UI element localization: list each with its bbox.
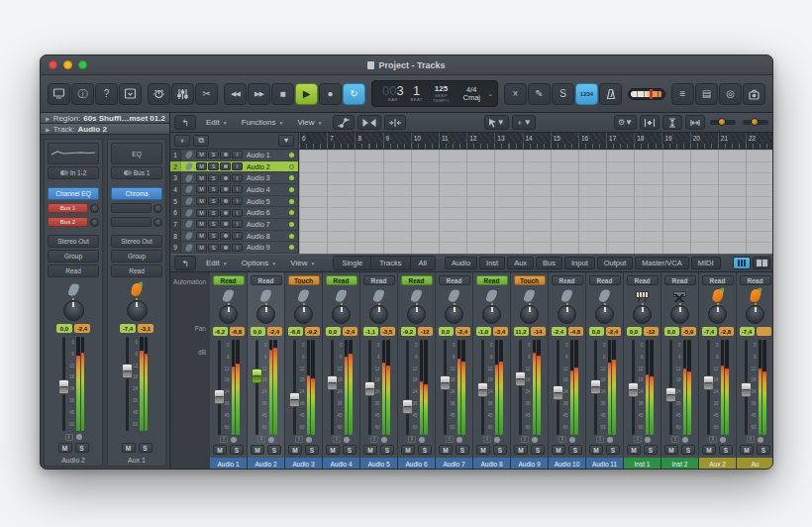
automation-mode-button[interactable]: Read (251, 275, 282, 285)
mixer-channel-strip[interactable]: Read 0,0 -5,9 (661, 272, 699, 470)
mute-button[interactable]: M (589, 445, 603, 455)
send-slot-bus1[interactable]: Bus 1 (48, 203, 88, 213)
add-track-button[interactable]: ＋ (174, 135, 190, 147)
mute-button[interactable]: M (251, 445, 264, 455)
channel-name[interactable]: Audio 11 (586, 458, 623, 470)
send-slot-bus2[interactable]: Bus 2 (48, 217, 88, 227)
input-monitor-button[interactable]: I (232, 162, 243, 170)
volume-db-value[interactable]: -9,2 (401, 327, 416, 336)
mixer-channel-strip[interactable]: Read 0,0 -2,4 (436, 272, 473, 470)
volume-fader[interactable] (519, 340, 522, 435)
editors-button[interactable]: ✂ (195, 83, 218, 105)
input-monitor-button[interactable]: I (232, 197, 243, 205)
solo-button[interactable]: S (208, 185, 219, 193)
channel-name[interactable]: Audio 4 (323, 458, 359, 470)
pan-knob[interactable] (595, 305, 614, 324)
solo-button[interactable]: S (208, 209, 219, 217)
automation-mode-button[interactable]: Read (401, 275, 433, 285)
mute-button[interactable]: M (58, 443, 72, 453)
narrow-view-button[interactable] (733, 257, 751, 269)
volume-db-value[interactable]: 0,0 (589, 327, 604, 336)
volume-fader[interactable] (331, 340, 334, 435)
record-enable-button[interactable] (532, 437, 538, 443)
record-enable-button[interactable] (220, 174, 231, 182)
solo-button[interactable]: S (493, 445, 507, 455)
solo-mode-button[interactable]: S (552, 83, 574, 105)
volume-fader[interactable] (707, 340, 710, 435)
channel-name[interactable]: Audio 9 (511, 458, 548, 470)
volume-fader[interactable] (62, 337, 65, 431)
eq-thumbnail[interactable] (48, 143, 99, 164)
channel-name[interactable]: Audio 2 (248, 458, 284, 470)
input-monitor-button[interactable]: I (65, 434, 73, 441)
automation-mode-button[interactable]: Read (213, 275, 245, 285)
track-row[interactable]: 1 M S I Audio 1 (170, 150, 298, 161)
pan-knob[interactable] (633, 305, 652, 324)
solo-button[interactable]: S (208, 174, 219, 182)
menu-button[interactable]: Edit▼ (199, 256, 235, 270)
solo-button[interactable]: S (230, 445, 244, 455)
pan-knob[interactable] (369, 305, 388, 324)
flex-button[interactable] (357, 115, 381, 130)
apple-loops-button[interactable]: ◎ (719, 83, 742, 105)
lcd-chevron-icon[interactable]: ⌄ (487, 90, 493, 98)
solo-button[interactable]: S (343, 445, 356, 455)
volume-db-value[interactable]: 0,0 (326, 327, 341, 336)
vertical-zoom-button[interactable] (662, 115, 682, 130)
solo-button[interactable]: S (267, 445, 281, 455)
volume-fader[interactable] (669, 340, 672, 435)
mixer-channel-strip[interactable]: Touch 11,2 -14 (511, 272, 549, 470)
track-row[interactable]: 8 M S I Audio 8 (170, 231, 298, 243)
volume-db-value[interactable]: 11,2 (514, 327, 529, 336)
solo-button[interactable]: S (719, 445, 733, 455)
input-monitor-button[interactable]: I (521, 436, 529, 443)
wide-view-button[interactable] (753, 257, 770, 269)
volume-fader[interactable] (481, 340, 484, 435)
automation-mode-button[interactable]: Read (702, 275, 734, 285)
record-enable-button[interactable] (220, 244, 231, 252)
automation-mode-button[interactable]: Read (476, 275, 508, 285)
pan-knob[interactable] (332, 305, 351, 324)
channel-filter-button[interactable]: MIDI (691, 257, 721, 269)
mute-button[interactable]: M (213, 445, 227, 455)
mute-button[interactable]: M (664, 445, 678, 455)
automation-mode-button[interactable]: Touch (514, 275, 546, 285)
track-name[interactable]: Audio 2 (244, 163, 289, 170)
input-monitor-button[interactable]: I (671, 436, 679, 443)
channel-filter-button[interactable]: Master/VCA (635, 257, 688, 269)
input-monitor-button[interactable]: I (220, 436, 228, 443)
toolbar-toggle-button[interactable] (119, 83, 142, 105)
pan-knob[interactable] (294, 305, 313, 324)
channel-filter-button[interactable]: Input (564, 257, 595, 269)
mute-button[interactable]: M (196, 185, 207, 193)
record-enable-button[interactable] (569, 437, 575, 443)
solo-button[interactable]: S (208, 220, 219, 228)
mute-button[interactable]: M (326, 445, 340, 455)
mute-button[interactable]: M (439, 445, 453, 455)
mute-button[interactable]: M (514, 445, 528, 455)
plugin-slot-channel-eq[interactable]: Channel EQ (48, 187, 99, 200)
volume-db-value[interactable]: 0,0 (627, 327, 642, 336)
pan-knob[interactable] (670, 305, 689, 324)
send-level-knob[interactable] (90, 218, 99, 227)
horizontal-zoom-slider[interactable] (743, 120, 768, 125)
mute-button[interactable]: M (196, 209, 207, 217)
play-button[interactable]: ▶ (295, 83, 318, 105)
mixer-channel-strip[interactable]: Read -1,1 -3,5 (360, 272, 398, 470)
track-name[interactable]: Audio 9 (244, 244, 289, 251)
track-name[interactable]: Audio 1 (244, 152, 289, 158)
track-name[interactable]: Audio 6 (244, 209, 289, 216)
lcd-display[interactable]: 003 BAR 1 BEAT 125 KEEP TEMPO 4/4 Cmaj ⌄ (371, 80, 498, 107)
automation-mode-button[interactable]: Read (740, 275, 771, 285)
record-enable-button[interactable] (220, 162, 231, 170)
mixer-view-segment[interactable]: Tracks (371, 257, 410, 269)
record-enable-button[interactable] (682, 437, 688, 443)
mixer-channel-strip[interactable]: Read 0,0 -2,4 (586, 272, 624, 470)
mute-button[interactable]: M (363, 445, 377, 455)
mixer-channel-strip[interactable]: Read -7,4 -2,8 (699, 272, 737, 470)
input-monitor-button[interactable]: I (232, 220, 243, 228)
record-enable-button[interactable] (306, 437, 312, 443)
automation-mode-button[interactable]: Read (589, 275, 621, 285)
mixer-channel-strip[interactable]: Read -9,2 -12 (398, 272, 436, 470)
list-editors-button[interactable]: ≡ (671, 83, 694, 105)
